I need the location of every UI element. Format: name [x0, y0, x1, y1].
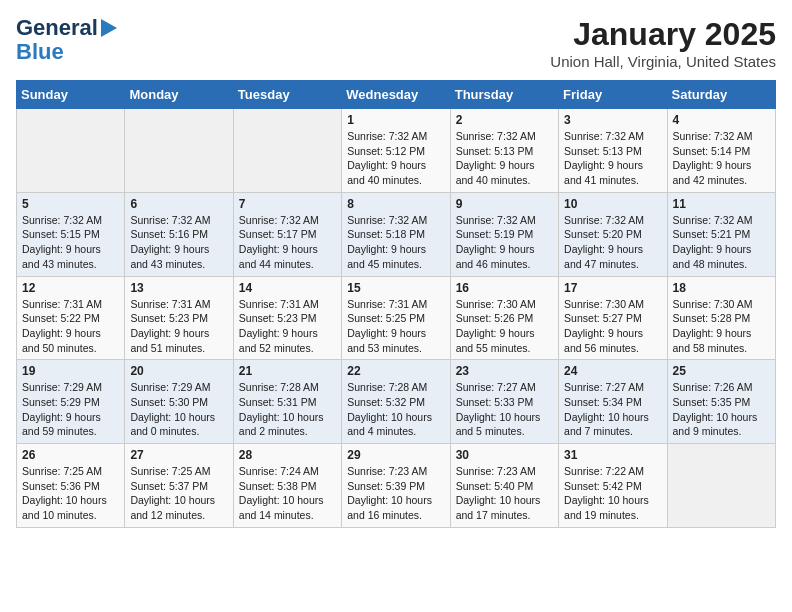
day-number: 18 [673, 281, 770, 295]
day-number: 3 [564, 113, 661, 127]
day-info: Sunrise: 7:32 AMSunset: 5:15 PMDaylight:… [22, 213, 119, 272]
day-info: Sunrise: 7:32 AMSunset: 5:17 PMDaylight:… [239, 213, 336, 272]
day-info: Sunrise: 7:22 AMSunset: 5:42 PMDaylight:… [564, 464, 661, 523]
day-number: 19 [22, 364, 119, 378]
day-number: 27 [130, 448, 227, 462]
calendar-cell: 9Sunrise: 7:32 AMSunset: 5:19 PMDaylight… [450, 192, 558, 276]
calendar-cell: 24Sunrise: 7:27 AMSunset: 5:34 PMDayligh… [559, 360, 667, 444]
calendar-cell: 6Sunrise: 7:32 AMSunset: 5:16 PMDaylight… [125, 192, 233, 276]
day-header-saturday: Saturday [667, 81, 775, 109]
calendar-cell [125, 109, 233, 193]
day-info: Sunrise: 7:27 AMSunset: 5:34 PMDaylight:… [564, 380, 661, 439]
day-number: 1 [347, 113, 444, 127]
calendar-cell: 4Sunrise: 7:32 AMSunset: 5:14 PMDaylight… [667, 109, 775, 193]
title-area: January 2025 Union Hall, Virginia, Unite… [550, 16, 776, 70]
calendar-cell: 11Sunrise: 7:32 AMSunset: 5:21 PMDayligh… [667, 192, 775, 276]
page-container: General Blue January 2025 Union Hall, Vi… [0, 0, 792, 538]
calendar-cell [667, 444, 775, 528]
day-info: Sunrise: 7:30 AMSunset: 5:28 PMDaylight:… [673, 297, 770, 356]
calendar-cell: 22Sunrise: 7:28 AMSunset: 5:32 PMDayligh… [342, 360, 450, 444]
day-number: 21 [239, 364, 336, 378]
calendar-week-row: 26Sunrise: 7:25 AMSunset: 5:36 PMDayligh… [17, 444, 776, 528]
day-number: 30 [456, 448, 553, 462]
calendar-cell: 26Sunrise: 7:25 AMSunset: 5:36 PMDayligh… [17, 444, 125, 528]
day-number: 14 [239, 281, 336, 295]
day-header-monday: Monday [125, 81, 233, 109]
day-info: Sunrise: 7:32 AMSunset: 5:19 PMDaylight:… [456, 213, 553, 272]
day-info: Sunrise: 7:32 AMSunset: 5:18 PMDaylight:… [347, 213, 444, 272]
calendar-cell: 20Sunrise: 7:29 AMSunset: 5:30 PMDayligh… [125, 360, 233, 444]
header: General Blue January 2025 Union Hall, Vi… [16, 16, 776, 70]
day-info: Sunrise: 7:31 AMSunset: 5:23 PMDaylight:… [130, 297, 227, 356]
day-info: Sunrise: 7:28 AMSunset: 5:32 PMDaylight:… [347, 380, 444, 439]
calendar-cell: 28Sunrise: 7:24 AMSunset: 5:38 PMDayligh… [233, 444, 341, 528]
day-header-tuesday: Tuesday [233, 81, 341, 109]
calendar-cell: 1Sunrise: 7:32 AMSunset: 5:12 PMDaylight… [342, 109, 450, 193]
day-number: 15 [347, 281, 444, 295]
day-number: 12 [22, 281, 119, 295]
calendar-cell: 7Sunrise: 7:32 AMSunset: 5:17 PMDaylight… [233, 192, 341, 276]
day-header-thursday: Thursday [450, 81, 558, 109]
day-number: 9 [456, 197, 553, 211]
day-info: Sunrise: 7:31 AMSunset: 5:25 PMDaylight:… [347, 297, 444, 356]
day-info: Sunrise: 7:32 AMSunset: 5:16 PMDaylight:… [130, 213, 227, 272]
calendar-cell: 12Sunrise: 7:31 AMSunset: 5:22 PMDayligh… [17, 276, 125, 360]
day-info: Sunrise: 7:29 AMSunset: 5:30 PMDaylight:… [130, 380, 227, 439]
logo: General Blue [16, 16, 117, 64]
calendar-cell: 2Sunrise: 7:32 AMSunset: 5:13 PMDaylight… [450, 109, 558, 193]
day-number: 6 [130, 197, 227, 211]
calendar-cell: 21Sunrise: 7:28 AMSunset: 5:31 PMDayligh… [233, 360, 341, 444]
day-number: 7 [239, 197, 336, 211]
day-number: 25 [673, 364, 770, 378]
day-header-friday: Friday [559, 81, 667, 109]
calendar-cell: 25Sunrise: 7:26 AMSunset: 5:35 PMDayligh… [667, 360, 775, 444]
calendar-cell: 27Sunrise: 7:25 AMSunset: 5:37 PMDayligh… [125, 444, 233, 528]
calendar-cell: 8Sunrise: 7:32 AMSunset: 5:18 PMDaylight… [342, 192, 450, 276]
logo-general: General [16, 16, 98, 40]
calendar-cell: 19Sunrise: 7:29 AMSunset: 5:29 PMDayligh… [17, 360, 125, 444]
day-info: Sunrise: 7:31 AMSunset: 5:23 PMDaylight:… [239, 297, 336, 356]
calendar-cell: 13Sunrise: 7:31 AMSunset: 5:23 PMDayligh… [125, 276, 233, 360]
day-number: 24 [564, 364, 661, 378]
day-header-sunday: Sunday [17, 81, 125, 109]
page-subtitle: Union Hall, Virginia, United States [550, 53, 776, 70]
day-number: 16 [456, 281, 553, 295]
day-info: Sunrise: 7:23 AMSunset: 5:39 PMDaylight:… [347, 464, 444, 523]
day-number: 22 [347, 364, 444, 378]
calendar-table: SundayMondayTuesdayWednesdayThursdayFrid… [16, 80, 776, 528]
day-info: Sunrise: 7:30 AMSunset: 5:27 PMDaylight:… [564, 297, 661, 356]
day-number: 8 [347, 197, 444, 211]
day-number: 17 [564, 281, 661, 295]
day-number: 26 [22, 448, 119, 462]
day-info: Sunrise: 7:25 AMSunset: 5:36 PMDaylight:… [22, 464, 119, 523]
day-info: Sunrise: 7:32 AMSunset: 5:20 PMDaylight:… [564, 213, 661, 272]
calendar-header-row: SundayMondayTuesdayWednesdayThursdayFrid… [17, 81, 776, 109]
calendar-cell: 31Sunrise: 7:22 AMSunset: 5:42 PMDayligh… [559, 444, 667, 528]
day-info: Sunrise: 7:29 AMSunset: 5:29 PMDaylight:… [22, 380, 119, 439]
day-info: Sunrise: 7:23 AMSunset: 5:40 PMDaylight:… [456, 464, 553, 523]
calendar-week-row: 5Sunrise: 7:32 AMSunset: 5:15 PMDaylight… [17, 192, 776, 276]
day-number: 2 [456, 113, 553, 127]
calendar-cell [17, 109, 125, 193]
day-info: Sunrise: 7:32 AMSunset: 5:13 PMDaylight:… [456, 129, 553, 188]
day-info: Sunrise: 7:24 AMSunset: 5:38 PMDaylight:… [239, 464, 336, 523]
day-number: 23 [456, 364, 553, 378]
calendar-week-row: 12Sunrise: 7:31 AMSunset: 5:22 PMDayligh… [17, 276, 776, 360]
day-info: Sunrise: 7:32 AMSunset: 5:12 PMDaylight:… [347, 129, 444, 188]
day-info: Sunrise: 7:30 AMSunset: 5:26 PMDaylight:… [456, 297, 553, 356]
day-info: Sunrise: 7:25 AMSunset: 5:37 PMDaylight:… [130, 464, 227, 523]
calendar-cell: 23Sunrise: 7:27 AMSunset: 5:33 PMDayligh… [450, 360, 558, 444]
page-title: January 2025 [550, 16, 776, 53]
day-header-wednesday: Wednesday [342, 81, 450, 109]
day-number: 31 [564, 448, 661, 462]
day-info: Sunrise: 7:28 AMSunset: 5:31 PMDaylight:… [239, 380, 336, 439]
day-info: Sunrise: 7:32 AMSunset: 5:13 PMDaylight:… [564, 129, 661, 188]
day-info: Sunrise: 7:27 AMSunset: 5:33 PMDaylight:… [456, 380, 553, 439]
calendar-cell: 30Sunrise: 7:23 AMSunset: 5:40 PMDayligh… [450, 444, 558, 528]
day-number: 28 [239, 448, 336, 462]
calendar-cell: 18Sunrise: 7:30 AMSunset: 5:28 PMDayligh… [667, 276, 775, 360]
calendar-cell: 17Sunrise: 7:30 AMSunset: 5:27 PMDayligh… [559, 276, 667, 360]
day-info: Sunrise: 7:26 AMSunset: 5:35 PMDaylight:… [673, 380, 770, 439]
day-number: 5 [22, 197, 119, 211]
calendar-cell: 16Sunrise: 7:30 AMSunset: 5:26 PMDayligh… [450, 276, 558, 360]
